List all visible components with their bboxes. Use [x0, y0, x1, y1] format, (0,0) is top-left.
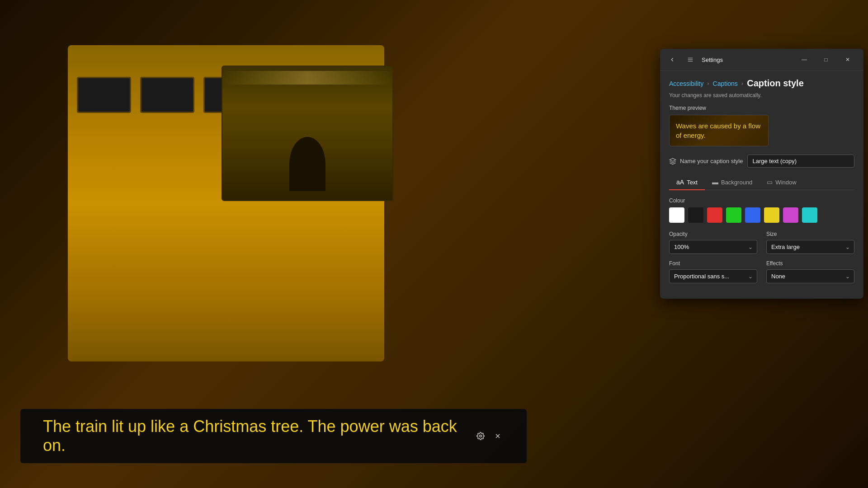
maximize-button[interactable]: □: [816, 52, 836, 67]
color-swatch-white[interactable]: [669, 207, 684, 223]
caption-settings-button[interactable]: [474, 430, 487, 442]
screen-interior-view: [222, 66, 393, 201]
color-swatch-green[interactable]: [726, 207, 741, 223]
caption-name-left: Name your caption style: [669, 158, 743, 165]
size-label: Size: [766, 231, 854, 237]
style-icon: [669, 158, 676, 165]
titlebar-controls: — □ ✕: [794, 52, 858, 67]
caption-close-button[interactable]: [491, 430, 504, 442]
opacity-size-row: Opacity 100% 75% 50% 25% Size Small Medi…: [669, 231, 854, 254]
color-swatch-blue[interactable]: [745, 207, 760, 223]
font-label: Font: [669, 260, 757, 267]
tab-background-label: Background: [721, 179, 752, 186]
size-dropdown-wrapper: Small Medium Large Extra large: [766, 240, 854, 254]
tab-text-label: Text: [687, 179, 698, 186]
train-window-1: [77, 77, 131, 113]
tab-window[interactable]: ▭ Window: [760, 175, 803, 190]
color-swatch-red[interactable]: [707, 207, 722, 223]
color-swatch-magenta[interactable]: [783, 207, 798, 223]
effects-col: Effects None Raised Depressed Uniform Dr…: [766, 260, 854, 283]
font-dropdown[interactable]: Proportional sans s... Monospace sans Pr…: [669, 269, 757, 283]
titlebar-left: Settings: [665, 56, 723, 64]
effects-dropdown-wrapper: None Raised Depressed Uniform Drop shado…: [766, 269, 854, 283]
effects-dropdown[interactable]: None Raised Depressed Uniform Drop shado…: [766, 269, 854, 283]
screen-figure: [289, 137, 326, 191]
svg-point-0: [480, 435, 482, 437]
window-tab-icon: ▭: [767, 178, 773, 186]
train-window-2: [140, 77, 194, 113]
caption-controls: [474, 430, 504, 442]
settings-panel: Settings — □ ✕ Accessibility › Captions …: [660, 49, 863, 299]
color-swatches-row: [669, 207, 854, 223]
breadcrumb-sep-2: ›: [741, 80, 743, 87]
menu-button[interactable]: [684, 56, 697, 64]
size-dropdown[interactable]: Small Medium Large Extra large: [766, 240, 854, 254]
tab-window-label: Window: [775, 179, 796, 186]
back-button[interactable]: [665, 56, 679, 64]
color-swatch-black[interactable]: [688, 207, 703, 223]
size-col: Size Small Medium Large Extra large: [766, 231, 854, 254]
font-dropdown-wrapper: Proportional sans s... Monospace sans Pr…: [669, 269, 757, 283]
opacity-dropdown-wrapper: 100% 75% 50% 25%: [669, 240, 757, 254]
minimize-button[interactable]: —: [794, 52, 815, 67]
color-swatch-yellow[interactable]: [764, 207, 779, 223]
caption-name-input[interactable]: [747, 155, 854, 168]
breadcrumb-caption-style: Caption style: [747, 78, 804, 89]
tabs-row: aA Text ▬ Background ▭ Window: [669, 175, 854, 190]
caption-name-row: Name your caption style: [669, 155, 854, 168]
breadcrumb-accessibility[interactable]: Accessibility: [669, 80, 703, 87]
caption-text: The train lit up like a Christmas tree. …: [43, 417, 465, 455]
colour-section-label: Colour: [669, 197, 854, 204]
text-tab-icon: aA: [676, 178, 684, 186]
font-col: Font Proportional sans s... Monospace sa…: [669, 260, 757, 283]
color-swatch-cyan[interactable]: [802, 207, 817, 223]
opacity-label: Opacity: [669, 231, 757, 237]
settings-titlebar: Settings — □ ✕: [660, 49, 863, 71]
bg-tab-icon: ▬: [712, 178, 718, 186]
theme-preview-text: Waves are caused by a flow of energy.: [676, 121, 762, 140]
tab-background[interactable]: ▬ Background: [705, 175, 760, 190]
caption-bar: The train lit up like a Christmas tree. …: [20, 409, 527, 463]
breadcrumb-captions[interactable]: Captions: [713, 80, 738, 87]
screen-ceiling: [222, 71, 392, 84]
auto-save-note: Your changes are saved automatically.: [669, 92, 854, 99]
tab-text[interactable]: aA Text: [669, 175, 705, 190]
settings-content: Accessibility › Captions › Caption style…: [660, 71, 863, 299]
theme-preview-label: Theme preview: [669, 105, 854, 111]
titlebar-title: Settings: [702, 56, 723, 63]
caption-name-label: Name your caption style: [680, 158, 743, 164]
breadcrumb-sep-1: ›: [707, 80, 709, 87]
close-button[interactable]: ✕: [837, 52, 858, 67]
font-effects-row: Font Proportional sans s... Monospace sa…: [669, 260, 854, 283]
theme-preview-box: Waves are caused by a flow of energy.: [669, 115, 769, 146]
breadcrumb: Accessibility › Captions › Caption style: [669, 78, 854, 89]
effects-label: Effects: [766, 260, 854, 267]
opacity-col: Opacity 100% 75% 50% 25%: [669, 231, 757, 254]
opacity-dropdown[interactable]: 100% 75% 50% 25%: [669, 240, 757, 254]
